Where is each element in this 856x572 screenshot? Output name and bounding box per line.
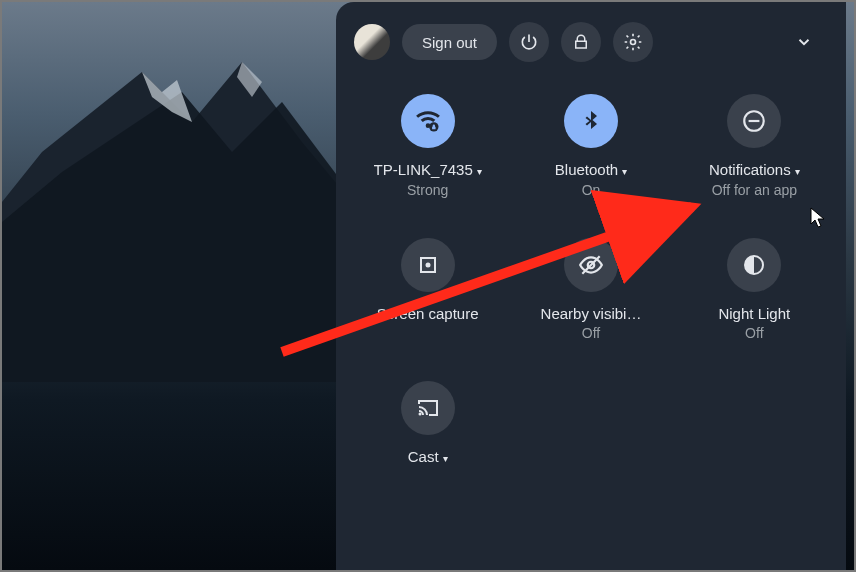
wifi-icon	[414, 107, 442, 135]
cast-toggle[interactable]	[401, 381, 455, 435]
screen-capture-tile[interactable]: Screen capture	[346, 238, 509, 342]
visibility-off-icon	[578, 252, 604, 278]
settings-button[interactable]	[613, 22, 653, 62]
cast-label: Cast▾	[408, 447, 448, 467]
wifi-sub: Strong	[407, 182, 448, 198]
quick-settings-panel: Sign out TP-LINK_7435▾ Strong	[336, 2, 846, 570]
night-light-sub: Off	[745, 325, 763, 341]
sign-out-label: Sign out	[422, 34, 477, 51]
wifi-toggle[interactable]	[401, 94, 455, 148]
power-button[interactable]	[509, 22, 549, 62]
nearby-sub: Off	[582, 325, 600, 341]
wifi-tile[interactable]: TP-LINK_7435▾ Strong	[346, 94, 509, 198]
bluetooth-toggle[interactable]	[564, 94, 618, 148]
bluetooth-sub: On	[582, 182, 601, 198]
gear-icon	[623, 32, 643, 52]
panel-header: Sign out	[336, 2, 846, 70]
do-not-disturb-icon	[741, 108, 767, 134]
tiles-grid: TP-LINK_7435▾ Strong Bluetooth▾ On Notif…	[336, 70, 846, 469]
svg-point-9	[418, 413, 421, 416]
svg-point-0	[631, 40, 636, 45]
notifications-label: Notifications▾	[709, 160, 800, 180]
desktop: Sign out TP-LINK_7435▾ Strong	[0, 0, 856, 572]
notifications-toggle[interactable]	[727, 94, 781, 148]
screen-capture-icon	[416, 253, 440, 277]
avatar[interactable]	[354, 24, 390, 60]
night-light-label: Night Light	[718, 304, 790, 324]
bluetooth-icon	[579, 109, 603, 133]
nearby-toggle[interactable]	[564, 238, 618, 292]
collapse-button[interactable]	[786, 24, 822, 60]
wifi-label: TP-LINK_7435▾	[374, 160, 482, 180]
sign-out-button[interactable]: Sign out	[402, 24, 497, 60]
notifications-sub: Off for an app	[712, 182, 797, 198]
cast-icon	[416, 396, 440, 420]
notifications-tile[interactable]: Notifications▾ Off for an app	[673, 94, 836, 198]
cast-tile[interactable]: Cast▾	[346, 381, 509, 469]
night-light-tile[interactable]: Night Light Off	[673, 238, 836, 342]
lock-button[interactable]	[561, 22, 601, 62]
chevron-down-icon	[795, 33, 813, 51]
nearby-label: Nearby visibi…	[541, 304, 642, 324]
nearby-tile[interactable]: Nearby visibi… Off	[509, 238, 672, 342]
screen-capture-toggle[interactable]	[401, 238, 455, 292]
night-light-icon	[742, 253, 766, 277]
night-light-toggle[interactable]	[727, 238, 781, 292]
bluetooth-label: Bluetooth▾	[555, 160, 627, 180]
power-icon	[519, 32, 539, 52]
svg-point-5	[425, 262, 430, 267]
bluetooth-tile[interactable]: Bluetooth▾ On	[509, 94, 672, 198]
lock-icon	[572, 33, 590, 51]
screen-capture-label: Screen capture	[377, 304, 479, 324]
